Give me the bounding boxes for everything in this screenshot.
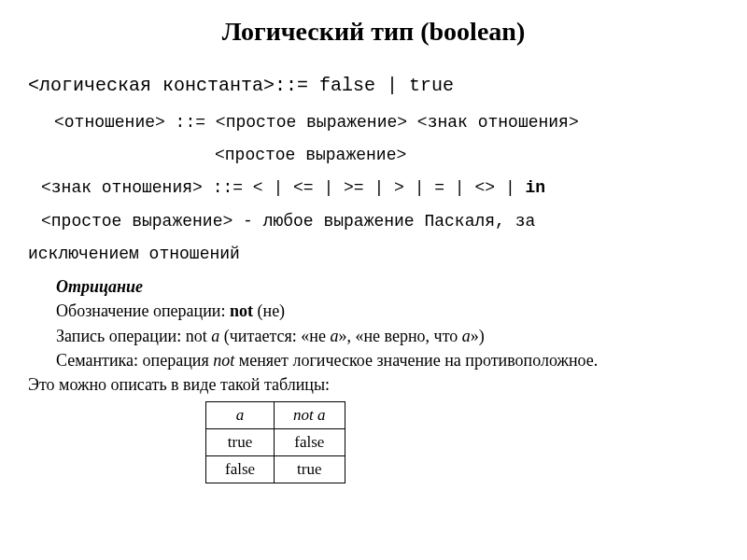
table-cell: true bbox=[275, 456, 345, 483]
bnf-simple-expr-tail: исключением отношений bbox=[28, 243, 719, 266]
bnf-simple-expr: <простое выражение> - любое выражение Па… bbox=[41, 210, 719, 233]
bnf-relation-line2: <простое выражение> bbox=[215, 144, 719, 167]
table-cell: true bbox=[206, 429, 275, 456]
table-header-not-a: not a bbox=[275, 402, 345, 429]
negation-record: Запись операции: not a (читается: «не a»… bbox=[28, 325, 719, 347]
table-row: true false bbox=[206, 429, 345, 456]
bnf-relation-sign: <знак отношения> ::= < | <= | >= | > | =… bbox=[41, 176, 719, 200]
table-cell: false bbox=[206, 456, 275, 483]
bnf-logical-constant: <логическая константа>::= false | true bbox=[28, 75, 719, 96]
table-row: a not a bbox=[206, 402, 345, 429]
truth-table: a not a true false false true bbox=[205, 401, 345, 483]
negation-semantics-line1: Семантика: операция not меняет логическо… bbox=[28, 349, 719, 371]
table-header-a: a bbox=[206, 402, 275, 429]
bnf-relation-line1: <отношение> ::= <простое выражение> <зна… bbox=[54, 111, 719, 134]
table-cell: false bbox=[275, 429, 345, 456]
negation-notation: Обозначение операции: not (не) bbox=[28, 300, 719, 322]
negation-heading: Отрицание bbox=[28, 275, 719, 298]
page-title: Логический тип (boolean) bbox=[28, 17, 719, 47]
negation-semantics-line2: Это можно описать в виде такой таблицы: bbox=[28, 373, 719, 396]
table-row: false true bbox=[206, 456, 345, 483]
